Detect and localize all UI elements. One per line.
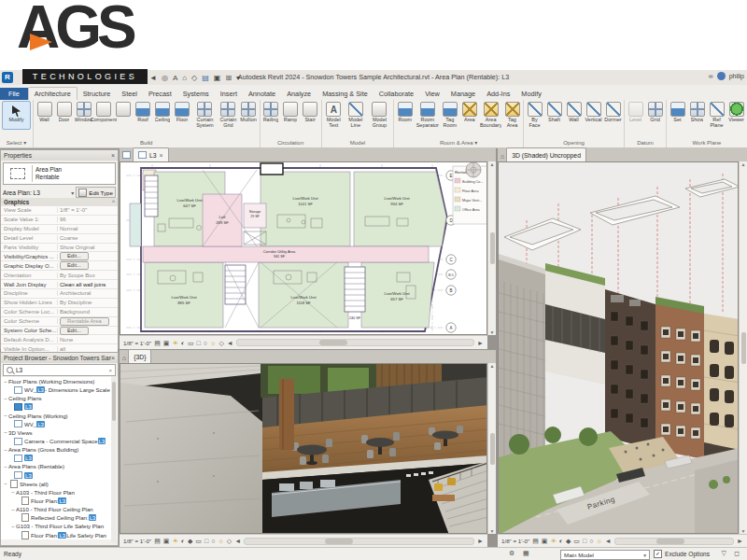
home-icon[interactable]: ⌂ — [500, 153, 504, 160]
tab-massing-site[interactable]: Massing & Site — [317, 88, 374, 100]
tab-manage[interactable]: Manage — [445, 88, 481, 100]
panel-label-room-area[interactable]: Room & Area ▾ — [395, 138, 522, 147]
shadows-icon[interactable]: ◐ — [559, 538, 563, 544]
chevron-down-icon[interactable]: ▾ — [71, 189, 74, 196]
design-options-icon[interactable]: ▦ — [523, 550, 529, 557]
scroll-right-icon[interactable]: ► — [477, 538, 484, 544]
grid-button[interactable]: Grid — [645, 100, 665, 129]
scroll-right-icon[interactable]: ► — [477, 340, 484, 346]
section-collapse-icon[interactable]: ^ — [112, 199, 115, 205]
plan-vertical-scrollbar[interactable]: ▲▼ — [487, 161, 496, 335]
tab-insert[interactable]: Insert — [215, 88, 243, 100]
tab-add-ins[interactable]: Add-Ins — [481, 88, 515, 100]
prop-row-visibility-graphics[interactable]: Visibility/Graphics ...Edit... — [1, 252, 118, 261]
detail-level-icon[interactable]: ▤ — [154, 538, 161, 544]
interior-view-canvas[interactable] — [120, 363, 487, 534]
visual-style-icon[interactable]: ▣ — [542, 538, 548, 544]
curtain-system-button[interactable]: Curtain System — [191, 100, 218, 129]
exterior-view-tab[interactable]: 3D (Shaded) Uncropped — [506, 147, 586, 161]
sun-path-icon[interactable]: ☀ — [172, 538, 177, 544]
prop-row-scale-value[interactable]: Scale Value 1:96 — [1, 216, 118, 225]
plan-view-canvas[interactable]: Live/Work Unit647 SF Live/Work Unit1141 … — [120, 161, 487, 335]
tree-view-item[interactable]: WV_L3 — [1, 420, 118, 428]
wall-opening-button[interactable]: Wall — [564, 100, 584, 129]
tab-analyze[interactable]: Analyze — [281, 88, 317, 100]
sun-path-icon[interactable]: ☀ — [550, 538, 556, 544]
shadows-icon[interactable]: ◐ — [181, 538, 185, 544]
by-face-button[interactable]: By Face — [525, 100, 544, 129]
prop-row-discipline[interactable]: DisciplineArchitectural — [1, 289, 118, 299]
vertical-opening-button[interactable]: Vertical — [584, 100, 603, 129]
floor-button[interactable]: Floor — [172, 100, 191, 129]
door-button[interactable]: Door — [54, 100, 74, 129]
tree-sheet-group[interactable]: −A103 - Third Floor Plan — [1, 488, 118, 497]
tag-room-button[interactable]: Tag Room — [440, 100, 459, 129]
scroll-left-icon[interactable]: ◄ — [227, 340, 233, 346]
tree-view-item-selected[interactable]: L3 — [1, 402, 118, 411]
level-button[interactable]: Level — [626, 100, 645, 129]
steering-wheel-icon[interactable] — [466, 162, 481, 177]
view-scale[interactable]: 1/8" = 1'-0" — [123, 538, 151, 544]
temporary-hide-icon[interactable]: ○ — [589, 538, 593, 544]
prop-row-display-model[interactable]: Display ModelNormal — [1, 225, 118, 234]
tab-structure[interactable]: Structure — [78, 88, 117, 100]
prop-row-show-hidden-lines[interactable]: Show Hidden LinesBy Discipline — [1, 299, 118, 308]
tree-view-item[interactable]: Camera - Commercial Space L3 — [1, 437, 118, 445]
project-browser-header[interactable]: Project Browser - Snowdon Towers Sample … — [1, 353, 118, 363]
tab-modify[interactable]: Modify — [515, 88, 547, 100]
tab-systems[interactable]: Systems — [177, 88, 215, 100]
prop-row-system-color-schemes[interactable]: System Color Sche...Edit... — [1, 327, 118, 336]
tab-file[interactable]: File — [0, 88, 28, 100]
properties-header[interactable]: Properties × — [1, 150, 118, 161]
mullion-button[interactable]: Mullion — [239, 100, 259, 129]
area-boundary-button[interactable]: Area Boundary — [479, 100, 502, 129]
horizontal-scrollbar[interactable] — [236, 339, 474, 346]
prop-row-orientation[interactable]: OrientationBy Scope Box — [1, 271, 118, 280]
view-scale[interactable]: 1/8" = 1'-0" — [501, 538, 529, 544]
tab-view[interactable]: View — [419, 88, 445, 100]
browser-scrollbar[interactable] — [111, 376, 117, 543]
viewer-button[interactable]: Viewer — [726, 100, 746, 129]
roof-button[interactable]: Roof — [133, 100, 152, 129]
shadows-icon[interactable]: ◐ — [181, 340, 185, 346]
scroll-left-icon[interactable]: ◄ — [605, 538, 612, 544]
tree-sheet-view[interactable]: Floor Plan: L3 Life Safety Plan — [1, 531, 118, 539]
modify-button[interactable]: Modify — [2, 101, 31, 130]
tree-view-item[interactable]: L3 — [1, 471, 118, 480]
filter-icon[interactable]: ▽ — [722, 550, 726, 557]
edit-type-button[interactable]: Edit Type — [76, 187, 116, 198]
ceiling-button[interactable]: Ceiling — [152, 100, 172, 129]
temporary-properties-icon[interactable]: ◇ — [227, 538, 232, 544]
prop-row-wall-join-display[interactable]: Wall Join DisplayClean all wall joins — [1, 280, 118, 289]
exclude-options-checkbox[interactable]: ✓ Exclude Options — [654, 550, 710, 558]
room-separator-button[interactable]: Room Separator — [415, 100, 440, 129]
temporary-hide-icon[interactable]: ○ — [211, 538, 215, 544]
tree-sheet-group[interactable]: −G103 - Third Floor Life Safety Plan — [1, 522, 118, 530]
visual-style-icon[interactable]: ▣ — [163, 340, 170, 346]
stair-button[interactable]: Stair — [301, 100, 320, 129]
tree-view-item[interactable]: L3 — [1, 454, 118, 462]
tree-group-sheets[interactable]: −Sheets (all) — [1, 480, 118, 488]
prop-row-graphic-display[interactable]: Graphic Display O...Edit... — [1, 261, 118, 271]
dormer-button[interactable]: Dormer — [603, 100, 623, 129]
render-icon[interactable]: ◆ — [566, 538, 571, 544]
render-icon[interactable]: ◆ — [188, 538, 192, 544]
selection-toggle-icon[interactable]: ◻ — [734, 550, 740, 557]
detail-level-icon[interactable]: ▤ — [154, 340, 161, 346]
edit-button[interactable]: Edit... — [60, 252, 89, 260]
curtain-grid-button[interactable]: Curtain Grid — [218, 100, 238, 129]
scroll-right-icon[interactable]: ► — [737, 538, 743, 544]
tree-view-item[interactable]: WV_L3 - Dimensions Large Scale — [1, 385, 118, 394]
tree-group[interactable]: −Floor Plans (Working Dimensions) — [1, 377, 118, 385]
active-workset-icon[interactable]: ⚙ — [509, 550, 514, 557]
tree-sheet-view[interactable]: Reflected Ceiling Plan: L3 — [1, 513, 118, 522]
close-icon[interactable]: × — [111, 152, 115, 159]
interior-view-tab[interactable]: {3D} — [128, 349, 151, 363]
reveal-hidden-icon[interactable]: ☼ — [210, 340, 216, 346]
crop-view-icon[interactable]: ▭ — [573, 538, 580, 544]
ramp-button[interactable]: Ramp — [281, 100, 301, 129]
tab-architecture[interactable]: Architecture — [28, 87, 78, 100]
prop-row-color-scheme-location[interactable]: Color Scheme Loc...Background — [1, 308, 118, 317]
crop-region-icon[interactable]: □ — [583, 538, 586, 544]
prop-row-default-analysis[interactable]: Default Analysis D...None — [1, 335, 118, 344]
